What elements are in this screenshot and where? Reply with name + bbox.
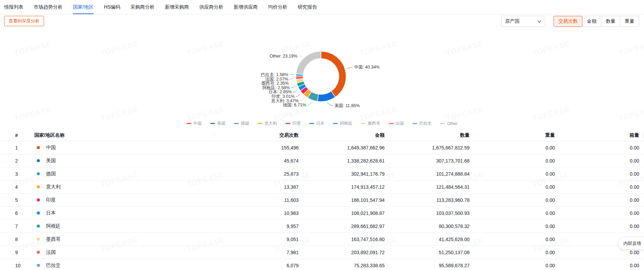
country-color-dot xyxy=(37,211,40,215)
bi-deep-analysis-button[interactable]: 查看BI深度分析 xyxy=(4,16,44,26)
cell-rank: 1 xyxy=(0,145,34,150)
legend-color-dash xyxy=(412,123,417,124)
legend-item-法国[interactable]: 法国 xyxy=(389,121,404,126)
legend-color-dash xyxy=(286,123,290,124)
cell-weight: 0.00 xyxy=(470,263,555,268)
nav-tab-国家/地区[interactable]: 国家/地区 xyxy=(73,0,94,14)
cell-trades: 6,079 xyxy=(215,263,299,268)
table-row: 10巴拉圭6,07975,283,338.6595,589,678.270.00… xyxy=(0,259,644,270)
cell-weight: 0.00 xyxy=(470,210,555,216)
legend-item-意大利[interactable]: 意大利 xyxy=(258,121,277,126)
country-color-dot xyxy=(37,172,40,175)
table-row: 1中国155,4961,649,387,662.961,675,667,812.… xyxy=(0,141,644,154)
nav-tab-供应商分析[interactable]: 供应商分析 xyxy=(199,0,223,14)
cell-boxes: 0.00 xyxy=(555,210,644,216)
country-color-dot xyxy=(37,185,40,188)
metric-toggle-group: 交易次数金额数量重量 xyxy=(554,16,639,27)
cell-weight: 0.00 xyxy=(470,158,555,164)
pie-slice-Other[interactable] xyxy=(296,51,321,74)
country-share-donut-chart: 中国: 40.34%美国: 11.85%Other: 23.19%巴拉圭: 1.… xyxy=(190,34,455,121)
cell-rank: 4 xyxy=(0,184,34,190)
table-row: 2美国45,6741,338,282,628.61307,173,701.680… xyxy=(0,154,644,167)
nav-tab-新增采购商[interactable]: 新增采购商 xyxy=(165,0,189,14)
legend-item-阿根廷[interactable]: 阿根廷 xyxy=(333,121,352,126)
cell-country-name: 意大利 xyxy=(34,184,215,190)
cell-amount: 108,021,908.87 xyxy=(299,210,385,216)
legend-label: 美国 xyxy=(217,121,225,126)
legend-color-dash xyxy=(361,123,366,124)
legend-item-印度[interactable]: 印度 xyxy=(286,121,301,126)
column-header-国家/地区名称: 国家/地区名称 xyxy=(34,129,215,141)
pie-slice-法国[interactable] xyxy=(296,76,303,79)
cell-rank: 9 xyxy=(0,250,34,255)
cell-amount: 163,747,516.80 xyxy=(299,237,385,242)
nav-tab-新增供应商[interactable]: 新增供应商 xyxy=(234,0,258,14)
nav-tab-情报列表[interactable]: 情报列表 xyxy=(4,0,23,14)
cell-country-name: 日本 xyxy=(34,210,215,216)
cell-country-name: 巴拉圭 xyxy=(34,262,215,269)
nav-tab-HS编码[interactable]: HS编码 xyxy=(104,0,120,14)
legend-item-中国[interactable]: 中国 xyxy=(186,121,202,126)
label-leader-line xyxy=(293,90,297,92)
country-color-dot xyxy=(37,159,40,162)
cell-trades: 9,051 xyxy=(215,237,299,242)
cell-trades: 9,957 xyxy=(215,224,299,229)
metric-button-重量[interactable]: 重量 xyxy=(620,16,639,27)
legend-item-美国[interactable]: 美国 xyxy=(210,121,225,126)
cell-country-name: 墨西哥 xyxy=(34,236,215,242)
legend-item-巴拉圭[interactable]: 巴拉圭 xyxy=(412,121,432,126)
cell-amount: 174,913,457.12 xyxy=(299,184,385,190)
nav-tab-研究报告[interactable]: 研究报告 xyxy=(298,0,317,14)
nav-tab-均价分析[interactable]: 均价分析 xyxy=(268,0,287,14)
cell-boxes: 0.00 xyxy=(555,224,644,229)
cell-amount: 75,283,338.65 xyxy=(299,263,385,268)
cell-country-name: 法国 xyxy=(34,249,215,256)
cell-trades: 7,981 xyxy=(215,250,299,255)
cell-trades: 11,603 xyxy=(215,197,299,203)
country-name-label: 美国 xyxy=(46,158,56,164)
cell-rank: 5 xyxy=(0,197,34,203)
legend-label: 日本 xyxy=(316,121,324,126)
legend-item-德国[interactable]: 德国 xyxy=(234,121,249,126)
table-row: 4意大利13,387174,913,457.12121,484,564.310.… xyxy=(0,180,644,194)
label-leader-line xyxy=(347,67,353,68)
label-leader-line xyxy=(290,78,294,79)
country-color-dot xyxy=(37,251,40,254)
country-name-label: 墨西哥 xyxy=(46,236,61,242)
internal-feedback-tab[interactable]: 内部反馈 xyxy=(618,238,644,249)
legend-item-Other[interactable]: Other xyxy=(440,121,458,126)
country-color-dot xyxy=(37,238,40,241)
label-leader-line xyxy=(291,86,296,88)
pie-slice-中国[interactable] xyxy=(321,51,346,97)
cell-amount: 289,661,682.97 xyxy=(299,224,385,229)
cell-amount: 1,338,282,628.61 xyxy=(299,158,385,164)
metric-button-金额[interactable]: 金额 xyxy=(582,16,601,27)
table-row: 7阿根廷9,957289,661,682.9780,300,578.320.00… xyxy=(0,220,644,233)
legend-item-日本[interactable]: 日本 xyxy=(309,121,324,126)
cell-weight: 0.00 xyxy=(470,145,555,150)
metric-button-交易次数[interactable]: 交易次数 xyxy=(554,16,582,27)
nav-tab-采购商分析[interactable]: 采购商分析 xyxy=(130,0,154,14)
country-table: #国家/地区名称交易次数金额数量重量箱量 1中国155,4961,649,387… xyxy=(0,129,644,270)
cell-boxes: 0.00 xyxy=(555,197,644,203)
nav-tab-市场趋势分析[interactable]: 市场趋势分析 xyxy=(34,0,63,14)
cell-rank: 6 xyxy=(0,210,34,216)
legend-item-墨西哥[interactable]: 墨西哥 xyxy=(361,121,380,126)
origin-country-select[interactable]: 原产国 xyxy=(501,16,545,27)
pie-label-Other: Other: 23.19% xyxy=(270,54,298,59)
pie-label-德国: 德国: 6.71% xyxy=(283,103,306,107)
cell-country-name: 中国 xyxy=(34,145,215,151)
table-row: 3德国25,873302,941,176.79101,274,888.840.0… xyxy=(0,167,644,180)
chart-legend: 中国美国德国意大利印度日本阿根廷墨西哥法国巴拉圭Other xyxy=(0,121,644,126)
chevron-down-icon xyxy=(537,19,541,24)
top-nav: 情报列表市场趋势分析国家/地区HS编码采购商分析新增采购商供应商分析新增供应商均… xyxy=(0,0,644,14)
table-header: #国家/地区名称交易次数金额数量重量箱量 xyxy=(0,129,644,141)
table-row: 6日本10,983108,021,908.87103,037,500.930.0… xyxy=(0,207,644,220)
cell-country-name: 阿根廷 xyxy=(34,223,215,229)
legend-label: Other xyxy=(447,121,458,126)
legend-color-dash xyxy=(186,123,191,124)
legend-label: 墨西哥 xyxy=(368,121,380,126)
cell-boxes: 0.00 xyxy=(555,263,644,268)
pie-label-中国: 中国: 40.34% xyxy=(354,65,379,70)
metric-button-数量[interactable]: 数量 xyxy=(601,16,620,27)
